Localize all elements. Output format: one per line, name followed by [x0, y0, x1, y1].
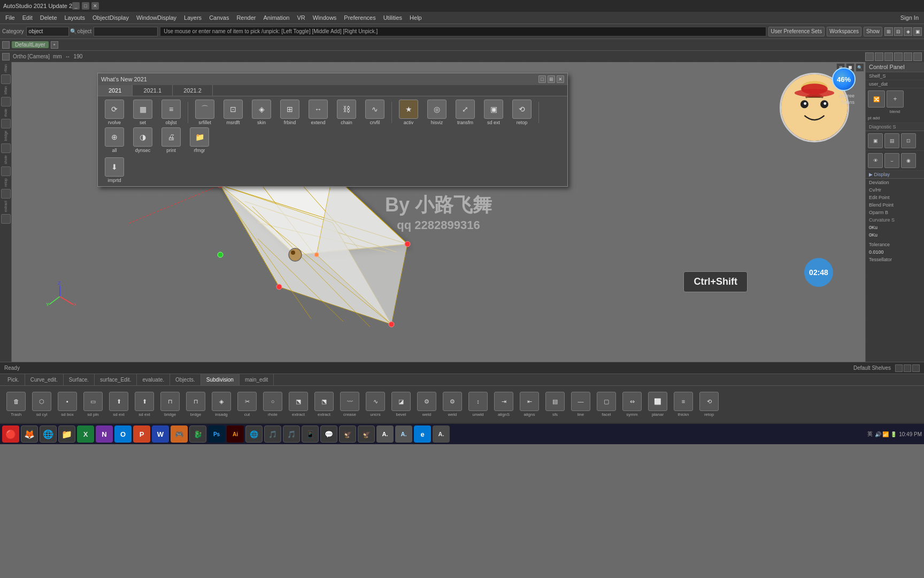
whats-new-close[interactable]: ✕ [557, 75, 564, 83]
tool-retop-shelf[interactable]: ⟲ retop [697, 392, 721, 417]
cp-icon-ptadd[interactable]: + [887, 90, 904, 108]
menu-utilities[interactable]: Utilities [380, 13, 405, 22]
cp-icon-shdoff[interactable]: ▣ [868, 133, 883, 148]
left-tool-4[interactable] [1, 143, 11, 153]
show-button[interactable]: Show [864, 27, 882, 36]
menu-preferences[interactable]: Preferences [341, 13, 379, 22]
sign-in-button[interactable]: Sign In [897, 13, 922, 22]
menu-objectdisplay[interactable]: ObjectDisplay [89, 13, 132, 22]
cp-icon-clayd[interactable]: ◉ [901, 153, 916, 168]
left-tool-rfilan[interactable] [1, 74, 11, 84]
tool-rfmgr[interactable]: 📁rfmgr [186, 127, 213, 153]
menu-help[interactable]: Help [406, 13, 425, 22]
menu-windowdisplay[interactable]: WindowDisplay [133, 13, 180, 22]
taskbar-autostudio2[interactable]: A. [395, 425, 412, 443]
left-tool-5[interactable] [1, 166, 11, 176]
menu-animation[interactable]: Animation [260, 13, 293, 22]
tab-2021-2[interactable]: 2021.2 [173, 85, 213, 96]
view-icon-3[interactable] [884, 52, 893, 61]
tool-sd-ext-2[interactable]: ⬆ sd ext [133, 392, 156, 417]
layer-expand[interactable]: + [51, 41, 58, 49]
view-icon-2[interactable] [875, 52, 883, 61]
menu-vr[interactable]: VR [294, 13, 308, 22]
taskbar-powerpoint[interactable]: P [133, 425, 150, 443]
workspaces-button[interactable]: Workspaces [827, 27, 861, 36]
category-input[interactable] [26, 27, 69, 36]
taskbar-app3[interactable]: 🎵 [283, 425, 300, 443]
shelf-tab-curve[interactable]: Curve_edit. [25, 374, 64, 385]
taskbar-alias[interactable]: A. [433, 425, 450, 443]
maximize-button[interactable]: □ [82, 2, 89, 10]
icon-btn-1[interactable]: ⊞ [884, 27, 893, 36]
tool-hisviz[interactable]: ◎hisviz [424, 100, 450, 125]
taskbar-illustrator[interactable]: Ai [227, 425, 244, 443]
taskbar-edge[interactable]: e [414, 425, 431, 443]
menu-delete[interactable]: Delete [37, 13, 60, 22]
taskbar-app6[interactable]: 🦅 [339, 425, 356, 443]
tool-trash[interactable]: 🗑 Trash [4, 392, 28, 417]
tool-aligns-2[interactable]: ⇤ aligns [518, 392, 541, 417]
view-icon-1[interactable] [865, 52, 874, 61]
shelf-tab-mainedit[interactable]: main_edit [240, 374, 274, 385]
tool-extract-2[interactable]: ⬔ extract [312, 392, 336, 417]
tool-thickn[interactable]: ≡ thickn [672, 392, 695, 417]
viewport[interactable]: What's New 2021 □ ⊞ ✕ 2021 2021.1 2021.2… [12, 62, 865, 362]
display-section-toggle[interactable]: ▶ Display [866, 171, 924, 179]
tool-imprtd[interactable]: ⬇imprtd [101, 157, 128, 183]
tool-chain[interactable]: ⛓chain [333, 100, 360, 125]
menu-canvas[interactable]: Canvas [206, 13, 232, 22]
user-pref-button[interactable]: User Preference Sets [768, 27, 825, 36]
tool-unwld[interactable]: ↕ unwld [466, 392, 490, 417]
taskbar-chrome[interactable]: 🌐 [40, 425, 57, 443]
taskbar-files[interactable]: 📁 [58, 425, 75, 443]
tool-bevel[interactable]: ◪ bevel [389, 392, 413, 417]
menu-edit[interactable]: Edit [19, 13, 36, 22]
left-tool-2[interactable] [1, 97, 11, 107]
whats-new-maximize[interactable]: ⊞ [548, 75, 555, 83]
object-input[interactable] [94, 27, 158, 36]
left-tool-6[interactable] [1, 189, 11, 199]
view-icon-5[interactable] [904, 52, 912, 61]
icon-btn-4[interactable]: ▣ [913, 27, 922, 36]
tool-srfillet[interactable]: ⌒srfillet [191, 100, 218, 125]
menu-layouts[interactable]: Layouts [61, 13, 89, 22]
view-icon-4[interactable] [894, 52, 903, 61]
status-icon-1[interactable] [895, 364, 903, 372]
whats-new-minimize[interactable]: □ [538, 75, 546, 83]
taskbar-browser2[interactable]: 🌐 [245, 425, 263, 443]
tool-transfm[interactable]: ⤢transfm [452, 100, 479, 125]
menu-windows[interactable]: Windows [310, 13, 340, 22]
cp-icon-vis1[interactable]: 👁 [868, 153, 883, 168]
cp-icon-blend[interactable]: 🔀 [868, 90, 885, 108]
left-tool-7[interactable] [1, 214, 11, 224]
tool-sd-cyl[interactable]: ⬡ sd cyl [30, 392, 53, 417]
tool-planar[interactable]: ⬜ planar [646, 392, 669, 417]
tool-sfs[interactable]: ▤ sfs [543, 392, 567, 417]
tool-weld-2[interactable]: ⚙ weld [441, 392, 464, 417]
taskbar-unknown1[interactable]: 🎮 [171, 425, 188, 443]
view-ctrl-3[interactable]: 🔍 [856, 63, 864, 72]
icon-btn-2[interactable]: ⊟ [894, 27, 903, 36]
tool-dynsec[interactable]: ◑dynsec [129, 127, 156, 153]
tool-brdge[interactable]: ⊓ brdge [184, 392, 207, 417]
tool-retop[interactable]: ⟲retop [509, 100, 535, 125]
shelf-tab-surface[interactable]: Surface. [64, 374, 95, 385]
layer-toggle[interactable] [2, 41, 10, 49]
tool-activ[interactable]: ★activ [395, 100, 422, 125]
tool-facel[interactable]: ▢ facel [595, 392, 618, 417]
taskbar-photoshop[interactable]: Ps [208, 425, 225, 443]
tool-cut[interactable]: ✂ cut [235, 392, 259, 417]
taskbar-app4[interactable]: 📱 [302, 425, 319, 443]
tool-sd-pln[interactable]: ▭ sd pln [81, 392, 105, 417]
tool-sd-box[interactable]: ▪ sd box [56, 392, 79, 417]
menu-file[interactable]: File [2, 13, 18, 22]
taskbar-firefox[interactable]: 🦊 [21, 425, 38, 443]
shelf-tab-evaluate[interactable]: evaluate. [137, 374, 170, 385]
minimize-button[interactable]: _ [72, 2, 80, 10]
tool-skin[interactable]: ◈skin [248, 100, 275, 125]
tool-bridge-1[interactable]: ⊓ bridge [158, 392, 182, 417]
tool-all[interactable]: ⊕all [101, 127, 128, 153]
icon-btn-3[interactable]: ◈ [904, 27, 912, 36]
tool-extract-1[interactable]: ⬔ extract [287, 392, 310, 417]
tool-extend[interactable]: ↔extend [305, 100, 332, 125]
